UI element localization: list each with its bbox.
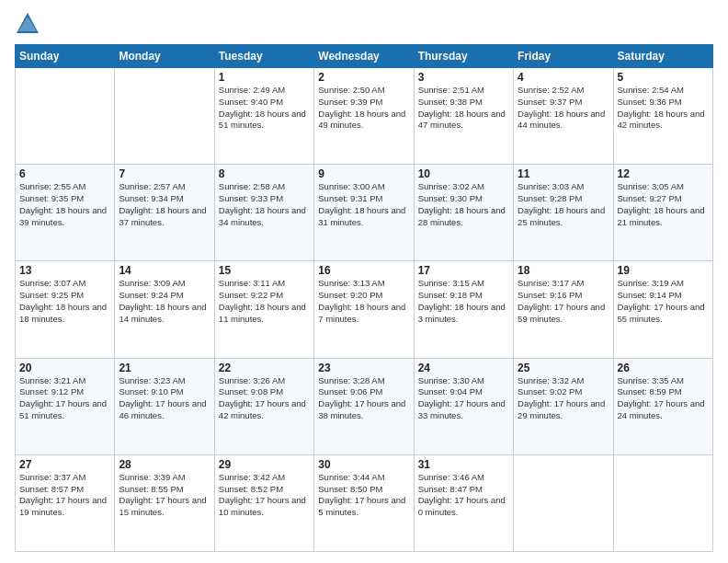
day-number: 6 [19,167,110,180]
day-number: 21 [119,362,210,374]
calendar-cell: 15Sunrise: 3:11 AM Sunset: 9:22 PM Dayli… [214,261,313,358]
calendar-week-1: 1Sunrise: 2:49 AM Sunset: 9:40 PM Daylig… [16,68,713,165]
day-info: Sunrise: 2:54 AM Sunset: 9:36 PM Dayligh… [618,85,709,132]
calendar-cell: 14Sunrise: 3:09 AM Sunset: 9:24 PM Dayli… [115,261,214,358]
day-info: Sunrise: 3:00 AM Sunset: 9:31 PM Dayligh… [318,181,409,228]
calendar-cell: 24Sunrise: 3:30 AM Sunset: 9:04 PM Dayli… [414,358,513,454]
day-number: 13 [19,264,110,277]
day-info: Sunrise: 2:57 AM Sunset: 9:34 PM Dayligh… [119,181,210,228]
day-info: Sunrise: 3:28 AM Sunset: 9:06 PM Dayligh… [318,375,409,422]
day-number: 23 [318,362,409,374]
calendar-cell: 22Sunrise: 3:26 AM Sunset: 9:08 PM Dayli… [214,358,313,454]
calendar-cell: 6Sunrise: 2:55 AM Sunset: 9:35 PM Daylig… [16,165,115,261]
calendar-header-sunday: Sunday [16,45,115,68]
day-info: Sunrise: 3:35 AM Sunset: 8:59 PM Dayligh… [618,375,709,422]
day-info: Sunrise: 3:46 AM Sunset: 8:47 PM Dayligh… [418,472,509,519]
day-info: Sunrise: 3:26 AM Sunset: 9:08 PM Dayligh… [219,375,310,422]
day-info: Sunrise: 2:51 AM Sunset: 9:38 PM Dayligh… [418,85,509,132]
calendar-cell: 25Sunrise: 3:32 AM Sunset: 9:02 PM Dayli… [514,358,613,454]
day-info: Sunrise: 3:30 AM Sunset: 9:04 PM Dayligh… [418,375,509,422]
calendar-cell: 28Sunrise: 3:39 AM Sunset: 8:55 PM Dayli… [115,454,214,551]
day-number: 27 [19,458,110,471]
header [15,11,713,37]
calendar-cell [16,68,115,165]
calendar-cell [115,68,214,165]
calendar-table: SundayMondayTuesdayWednesdayThursdayFrid… [15,44,713,552]
calendar-week-2: 6Sunrise: 2:55 AM Sunset: 9:35 PM Daylig… [16,165,713,261]
calendar-cell: 23Sunrise: 3:28 AM Sunset: 9:06 PM Dayli… [314,358,414,454]
logo [15,11,44,37]
day-info: Sunrise: 3:15 AM Sunset: 9:18 PM Dayligh… [418,278,509,325]
calendar-cell: 26Sunrise: 3:35 AM Sunset: 8:59 PM Dayli… [613,358,712,454]
calendar-cell: 20Sunrise: 3:21 AM Sunset: 9:12 PM Dayli… [16,358,115,454]
day-info: Sunrise: 3:05 AM Sunset: 9:27 PM Dayligh… [618,181,709,228]
calendar-cell: 9Sunrise: 3:00 AM Sunset: 9:31 PM Daylig… [314,165,414,261]
calendar-week-5: 27Sunrise: 3:37 AM Sunset: 8:57 PM Dayli… [16,454,713,551]
day-info: Sunrise: 2:52 AM Sunset: 9:37 PM Dayligh… [518,85,609,132]
day-info: Sunrise: 3:11 AM Sunset: 9:22 PM Dayligh… [219,278,310,325]
calendar-cell: 19Sunrise: 3:19 AM Sunset: 9:14 PM Dayli… [613,261,712,358]
calendar-cell: 30Sunrise: 3:44 AM Sunset: 8:50 PM Dayli… [314,454,414,551]
day-number: 18 [518,264,609,277]
calendar-cell: 13Sunrise: 3:07 AM Sunset: 9:25 PM Dayli… [16,261,115,358]
day-info: Sunrise: 3:17 AM Sunset: 9:16 PM Dayligh… [518,278,609,325]
day-info: Sunrise: 2:49 AM Sunset: 9:40 PM Dayligh… [219,85,310,132]
calendar-cell: 21Sunrise: 3:23 AM Sunset: 9:10 PM Dayli… [115,358,214,454]
day-info: Sunrise: 2:58 AM Sunset: 9:33 PM Dayligh… [219,181,310,228]
day-number: 9 [318,167,409,180]
calendar-cell: 12Sunrise: 3:05 AM Sunset: 9:27 PM Dayli… [613,165,712,261]
day-info: Sunrise: 3:07 AM Sunset: 9:25 PM Dayligh… [19,278,110,325]
calendar-header-thursday: Thursday [414,45,513,68]
day-info: Sunrise: 3:39 AM Sunset: 8:55 PM Dayligh… [119,472,210,519]
day-number: 1 [219,71,310,84]
day-number: 2 [318,71,409,84]
day-number: 17 [418,264,509,277]
day-number: 10 [418,167,509,180]
calendar-cell: 7Sunrise: 2:57 AM Sunset: 9:34 PM Daylig… [115,165,214,261]
day-number: 20 [19,362,110,374]
day-info: Sunrise: 3:21 AM Sunset: 9:12 PM Dayligh… [19,375,110,422]
day-number: 11 [518,167,609,180]
calendar-week-3: 13Sunrise: 3:07 AM Sunset: 9:25 PM Dayli… [16,261,713,358]
calendar-cell: 11Sunrise: 3:03 AM Sunset: 9:28 PM Dayli… [514,165,613,261]
calendar-header-row: SundayMondayTuesdayWednesdayThursdayFrid… [16,45,713,68]
calendar-header-friday: Friday [514,45,613,68]
day-info: Sunrise: 2:50 AM Sunset: 9:39 PM Dayligh… [318,85,409,132]
day-number: 26 [618,362,709,374]
day-number: 15 [219,264,310,277]
svg-marker-1 [18,17,37,31]
calendar-cell: 8Sunrise: 2:58 AM Sunset: 9:33 PM Daylig… [214,165,313,261]
day-info: Sunrise: 3:13 AM Sunset: 9:20 PM Dayligh… [318,278,409,325]
day-number: 4 [518,71,609,84]
day-info: Sunrise: 3:42 AM Sunset: 8:52 PM Dayligh… [219,472,310,519]
day-number: 29 [219,458,310,471]
day-number: 8 [219,167,310,180]
calendar-cell: 31Sunrise: 3:46 AM Sunset: 8:47 PM Dayli… [414,454,513,551]
day-info: Sunrise: 3:37 AM Sunset: 8:57 PM Dayligh… [19,472,110,519]
calendar-cell [514,454,613,551]
calendar-header-monday: Monday [115,45,214,68]
calendar-week-4: 20Sunrise: 3:21 AM Sunset: 9:12 PM Dayli… [16,358,713,454]
calendar-cell: 18Sunrise: 3:17 AM Sunset: 9:16 PM Dayli… [514,261,613,358]
day-number: 3 [418,71,509,84]
calendar-cell: 29Sunrise: 3:42 AM Sunset: 8:52 PM Dayli… [214,454,313,551]
calendar-cell: 27Sunrise: 3:37 AM Sunset: 8:57 PM Dayli… [16,454,115,551]
calendar-cell: 1Sunrise: 2:49 AM Sunset: 9:40 PM Daylig… [214,68,313,165]
day-number: 25 [518,362,609,374]
calendar-cell: 3Sunrise: 2:51 AM Sunset: 9:38 PM Daylig… [414,68,513,165]
day-number: 5 [618,71,709,84]
day-number: 16 [318,264,409,277]
day-number: 14 [119,264,210,277]
day-info: Sunrise: 3:19 AM Sunset: 9:14 PM Dayligh… [618,278,709,325]
logo-icon [15,11,40,37]
day-number: 19 [618,264,709,277]
calendar-header-saturday: Saturday [613,45,712,68]
calendar-cell: 10Sunrise: 3:02 AM Sunset: 9:30 PM Dayli… [414,165,513,261]
day-number: 7 [119,167,210,180]
day-number: 28 [119,458,210,471]
calendar-cell: 4Sunrise: 2:52 AM Sunset: 9:37 PM Daylig… [514,68,613,165]
day-number: 31 [418,458,509,471]
day-info: Sunrise: 3:32 AM Sunset: 9:02 PM Dayligh… [518,375,609,422]
day-number: 22 [219,362,310,374]
day-number: 12 [618,167,709,180]
